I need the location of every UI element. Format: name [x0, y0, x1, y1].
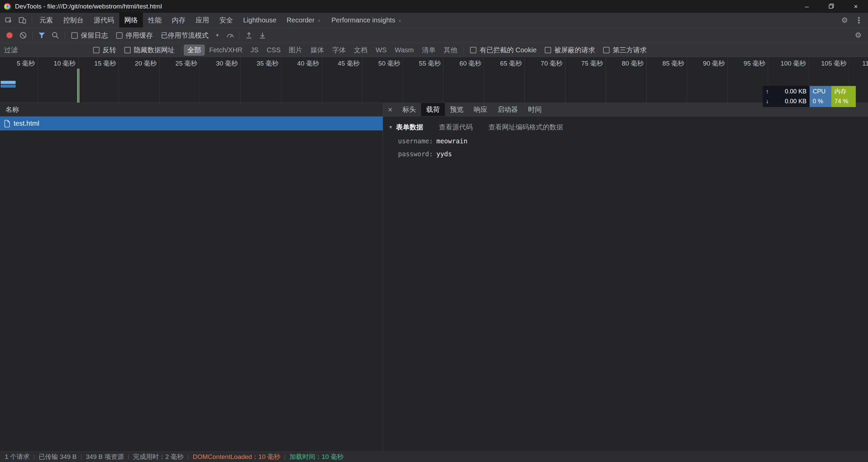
requests-table-header[interactable]: 名称	[0, 103, 383, 117]
export-har-button[interactable]	[256, 29, 269, 41]
detail-tab-response[interactable]: 响应	[469, 103, 492, 116]
filter-css[interactable]: CSS	[263, 45, 284, 55]
restore-icon	[829, 3, 834, 11]
network-panels: 名称 test.html × 标头载荷预览响应启动器时间 ▼ 表单数据 查看源代…	[0, 103, 868, 451]
status-bar: 1 个请求已传输 349 B349 B 项资源完成用时：2 毫秒DOMConte…	[0, 451, 868, 462]
gear-icon: ⚙	[855, 31, 862, 40]
download-value: 0.00 KB	[785, 96, 807, 106]
detail-tab-preview[interactable]: 预览	[445, 103, 469, 116]
tab-elements[interactable]: 元素	[34, 13, 58, 28]
tab-recorder[interactable]: Recorder▲	[282, 13, 326, 28]
checkbox-blocked-cookies[interactable]: 有已拦截的 Cookie	[466, 46, 541, 55]
tab-memory[interactable]: 内存	[167, 13, 191, 28]
timeline-tick: 70 毫秒	[525, 57, 565, 103]
checkbox-hide-data-urls[interactable]: 隐藏数据网址	[120, 46, 179, 55]
form-data-title: 表单数据	[396, 123, 423, 132]
name-column-header: 名称	[5, 105, 19, 114]
timeline-tick: 10 毫秒	[38, 57, 78, 103]
tab-performance[interactable]: 性能	[143, 13, 167, 28]
tab-application[interactable]: 应用	[191, 13, 214, 28]
network-settings-button[interactable]: ⚙	[851, 29, 865, 41]
import-har-button[interactable]	[242, 29, 256, 41]
view-urlencoded-link[interactable]: 查看网址编码格式的数据	[488, 123, 563, 132]
detail-tab-initiator[interactable]: 启动器	[492, 103, 523, 116]
timeline-tick-label: 45 毫秒	[338, 59, 360, 68]
throttling-select[interactable]: 已停用节流模式 ▼	[157, 31, 223, 40]
payload-param-value: yyds	[436, 150, 452, 158]
request-list: test.html	[0, 117, 383, 130]
timeline-ruler: 5 毫秒10 毫秒15 毫秒20 毫秒25 毫秒30 毫秒35 毫秒40 毫秒4…	[0, 57, 868, 103]
tab-label: 应用	[196, 16, 209, 25]
filter-fetch-xhr[interactable]: Fetch/XHR	[205, 45, 246, 55]
checkbox-blocked-requests[interactable]: 被屏蔽的请求	[541, 46, 599, 55]
form-data-section-header: ▼ 表单数据 查看源代码 查看网址编码格式的数据	[388, 123, 863, 132]
filter-font[interactable]: 字体	[328, 45, 349, 56]
tab-label: Performance insights	[331, 16, 395, 24]
detail-tab-headers[interactable]: 标头	[397, 103, 421, 116]
toolbar-divider	[463, 46, 464, 54]
detail-tab-timing[interactable]: 时间	[523, 103, 547, 116]
more-options-button[interactable]: ⋮	[852, 14, 866, 26]
filter-media[interactable]: 媒体	[307, 45, 328, 56]
settings-button[interactable]: ⚙	[837, 14, 852, 26]
status-item: 完成用时：2 毫秒	[129, 452, 188, 461]
filter-ws[interactable]: WS	[372, 45, 390, 55]
filter-doc[interactable]: 文档	[350, 45, 371, 56]
minimize-button[interactable]: –	[795, 0, 819, 13]
filter-toggle-button[interactable]	[35, 29, 49, 41]
toolbar-divider	[32, 31, 33, 39]
timeline-tick: 20 毫秒	[119, 57, 160, 103]
network-conditions-button[interactable]	[223, 29, 237, 41]
tab-network[interactable]: 网络	[119, 13, 143, 28]
window-title: DevTools - file:///D:/git/note/webstrom/…	[15, 3, 162, 10]
close-button[interactable]: ×	[844, 0, 868, 13]
panel-tabs: 元素控制台源代码网络性能内存应用安全LighthouseRecorder▲Per…	[34, 13, 407, 28]
tab-lighthouse[interactable]: Lighthouse	[238, 13, 282, 28]
record-network-log-button[interactable]	[3, 29, 16, 41]
tab-console[interactable]: 控制台	[58, 13, 89, 28]
request-row[interactable]: test.html	[0, 117, 383, 130]
filter-all[interactable]: 全部	[184, 45, 205, 56]
filter-wasm[interactable]: Wasm	[391, 45, 418, 55]
tab-label: 性能	[148, 16, 162, 25]
checkbox-preserve-log[interactable]: 保留日志	[67, 31, 112, 40]
preview-feature-icon: ▲	[398, 18, 402, 23]
close-details-button[interactable]: ×	[383, 103, 397, 116]
funnel-filter-icon	[38, 32, 46, 39]
record-icon	[6, 32, 13, 38]
restore-button[interactable]	[819, 0, 844, 13]
timeline-tick-label: 55 毫秒	[419, 59, 441, 68]
kebab-menu-icon: ⋮	[855, 16, 863, 25]
timeline-tick: 55 毫秒	[403, 57, 444, 103]
timeline-tick: 25 毫秒	[160, 57, 200, 103]
filter-manifest[interactable]: 清单	[418, 45, 439, 56]
filter-img[interactable]: 图片	[285, 45, 306, 56]
detail-tabs: 标头载荷预览响应启动器时间	[397, 103, 547, 116]
inspect-element-button[interactable]	[2, 14, 16, 26]
chrome-logo-icon	[4, 3, 11, 10]
search-button[interactable]	[49, 29, 62, 41]
filter-other[interactable]: 其他	[440, 45, 461, 56]
filter-input[interactable]	[4, 46, 89, 54]
payload-param-value: meowrain	[436, 137, 468, 145]
tab-performance-insights[interactable]: Performance insights▲	[326, 13, 407, 28]
timeline-event-load-line	[77, 69, 78, 103]
tab-label: Recorder	[287, 16, 314, 24]
timeline-tick-label: 70 毫秒	[541, 59, 562, 68]
filter-js[interactable]: JS	[247, 45, 262, 55]
tab-label: 安全	[219, 16, 233, 25]
checkbox-invert[interactable]: 反转	[89, 46, 120, 55]
checkbox-third-party[interactable]: 第三方请求	[599, 46, 651, 55]
device-toolbar-button[interactable]	[16, 14, 29, 26]
checkbox-label: 保留日志	[81, 31, 108, 40]
tab-sources[interactable]: 源代码	[89, 13, 119, 28]
memory-label: 内存	[834, 87, 853, 96]
tab-label: 元素	[39, 16, 53, 25]
disclosure-triangle-icon[interactable]: ▼	[388, 125, 396, 130]
checkbox-disable-cache[interactable]: 停用缓存	[112, 31, 157, 40]
view-source-link[interactable]: 查看源代码	[439, 123, 473, 132]
clear-network-log-button[interactable]	[16, 29, 30, 41]
timeline-overview[interactable]: 5 毫秒10 毫秒15 毫秒20 毫秒25 毫秒30 毫秒35 毫秒40 毫秒4…	[0, 57, 868, 103]
detail-tab-payload[interactable]: 载荷	[421, 103, 445, 116]
tab-security[interactable]: 安全	[214, 13, 238, 28]
